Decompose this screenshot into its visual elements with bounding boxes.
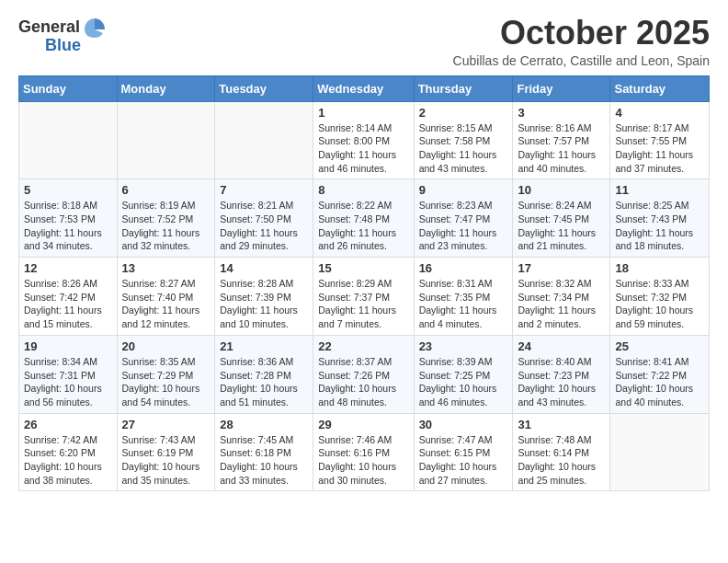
day-number: 5	[24, 183, 112, 197]
day-number: 23	[419, 339, 508, 353]
day-number: 11	[615, 183, 704, 197]
day-cell: 15Sunrise: 8:29 AM Sunset: 7:37 PM Dayli…	[313, 258, 414, 336]
week-row-3: 12Sunrise: 8:26 AM Sunset: 7:42 PM Dayli…	[19, 258, 710, 336]
day-number: 28	[220, 418, 308, 431]
day-cell: 6Sunrise: 8:19 AM Sunset: 7:52 PM Daylig…	[117, 179, 215, 258]
day-info: Sunrise: 8:22 AM Sunset: 7:48 PM Dayligh…	[318, 199, 408, 253]
day-info: Sunrise: 8:15 AM Sunset: 7:58 PM Dayligh…	[419, 121, 508, 176]
day-cell: 12Sunrise: 8:26 AM Sunset: 7:42 PM Dayli…	[19, 258, 118, 336]
day-cell: 28Sunrise: 7:45 AM Sunset: 6:18 PM Dayli…	[215, 413, 313, 491]
day-number: 14	[220, 261, 308, 275]
day-info: Sunrise: 7:47 AM Sunset: 6:15 PM Dayligh…	[419, 433, 508, 488]
month-title: October 2025	[453, 15, 710, 52]
day-info: Sunrise: 8:23 AM Sunset: 7:47 PM Dayligh…	[419, 199, 508, 253]
day-cell: 9Sunrise: 8:23 AM Sunset: 7:47 PM Daylig…	[414, 179, 513, 258]
day-info: Sunrise: 8:34 AM Sunset: 7:31 PM Dayligh…	[24, 355, 112, 409]
day-number: 7	[220, 183, 308, 197]
day-number: 31	[518, 418, 605, 431]
day-cell	[215, 101, 313, 179]
day-number: 15	[318, 261, 408, 275]
day-info: Sunrise: 8:14 AM Sunset: 8:00 PM Dayligh…	[318, 121, 408, 176]
day-number: 8	[318, 183, 408, 197]
day-info: Sunrise: 8:29 AM Sunset: 7:37 PM Dayligh…	[318, 277, 408, 331]
day-info: Sunrise: 8:27 AM Sunset: 7:40 PM Dayligh…	[122, 277, 210, 331]
logo: General Blue	[18, 15, 108, 55]
week-row-4: 19Sunrise: 8:34 AM Sunset: 7:31 PM Dayli…	[19, 335, 710, 413]
day-cell: 16Sunrise: 8:31 AM Sunset: 7:35 PM Dayli…	[414, 258, 513, 336]
calendar-table: SundayMondayTuesdayWednesdayThursdayFrid…	[18, 75, 710, 492]
day-info: Sunrise: 8:24 AM Sunset: 7:45 PM Dayligh…	[518, 199, 605, 253]
day-number: 9	[419, 183, 508, 197]
day-cell: 14Sunrise: 8:28 AM Sunset: 7:39 PM Dayli…	[215, 258, 313, 336]
day-info: Sunrise: 8:28 AM Sunset: 7:39 PM Dayligh…	[220, 277, 308, 331]
day-info: Sunrise: 7:45 AM Sunset: 6:18 PM Dayligh…	[220, 433, 308, 488]
day-info: Sunrise: 8:33 AM Sunset: 7:32 PM Dayligh…	[615, 277, 704, 331]
day-info: Sunrise: 8:40 AM Sunset: 7:23 PM Dayligh…	[518, 355, 605, 409]
day-cell: 10Sunrise: 8:24 AM Sunset: 7:45 PM Dayli…	[513, 179, 610, 258]
day-cell: 26Sunrise: 7:42 AM Sunset: 6:20 PM Dayli…	[19, 413, 118, 491]
day-number: 16	[419, 261, 508, 275]
day-info: Sunrise: 8:19 AM Sunset: 7:52 PM Dayligh…	[122, 199, 210, 253]
day-info: Sunrise: 8:21 AM Sunset: 7:50 PM Dayligh…	[220, 199, 308, 253]
day-info: Sunrise: 8:25 AM Sunset: 7:43 PM Dayligh…	[615, 199, 704, 253]
day-cell: 17Sunrise: 8:32 AM Sunset: 7:34 PM Dayli…	[513, 258, 610, 336]
day-info: Sunrise: 8:18 AM Sunset: 7:53 PM Dayligh…	[24, 199, 112, 253]
page: General Blue October 2025 Cubillas de Ce…	[0, 0, 728, 506]
day-number: 6	[122, 183, 210, 197]
day-info: Sunrise: 8:16 AM Sunset: 7:57 PM Dayligh…	[518, 121, 605, 176]
day-cell: 2Sunrise: 8:15 AM Sunset: 7:58 PM Daylig…	[414, 101, 513, 179]
day-number: 20	[122, 339, 210, 353]
weekday-header-tuesday: Tuesday	[215, 75, 313, 101]
day-number: 19	[24, 339, 112, 353]
day-cell: 21Sunrise: 8:36 AM Sunset: 7:28 PM Dayli…	[215, 335, 313, 413]
day-info: Sunrise: 8:32 AM Sunset: 7:34 PM Dayligh…	[518, 277, 605, 331]
day-cell: 20Sunrise: 8:35 AM Sunset: 7:29 PM Dayli…	[117, 335, 215, 413]
day-cell	[19, 101, 118, 179]
day-number: 22	[318, 339, 408, 353]
day-cell	[610, 413, 710, 491]
day-number: 25	[615, 339, 704, 353]
day-cell: 25Sunrise: 8:41 AM Sunset: 7:22 PM Dayli…	[610, 335, 710, 413]
day-number: 13	[122, 261, 210, 275]
day-info: Sunrise: 7:43 AM Sunset: 6:19 PM Dayligh…	[122, 433, 210, 488]
day-number: 10	[518, 183, 605, 197]
day-info: Sunrise: 7:42 AM Sunset: 6:20 PM Dayligh…	[24, 433, 112, 488]
day-info: Sunrise: 8:31 AM Sunset: 7:35 PM Dayligh…	[419, 277, 508, 331]
subtitle: Cubillas de Cerrato, Castille and Leon, …	[453, 53, 710, 68]
week-row-1: 1Sunrise: 8:14 AM Sunset: 8:00 PM Daylig…	[19, 101, 710, 179]
day-cell: 22Sunrise: 8:37 AM Sunset: 7:26 PM Dayli…	[313, 335, 414, 413]
day-info: Sunrise: 7:46 AM Sunset: 6:16 PM Dayligh…	[318, 433, 408, 488]
weekday-header-monday: Monday	[117, 75, 215, 101]
day-cell: 30Sunrise: 7:47 AM Sunset: 6:15 PM Dayli…	[414, 413, 513, 491]
day-number: 26	[24, 418, 112, 431]
day-info: Sunrise: 8:36 AM Sunset: 7:28 PM Dayligh…	[220, 355, 308, 409]
logo-general-text: General	[18, 18, 80, 37]
day-number: 12	[24, 261, 112, 275]
day-number: 21	[220, 339, 308, 353]
weekday-header-sunday: Sunday	[19, 75, 118, 101]
weekday-header-thursday: Thursday	[414, 75, 513, 101]
day-info: Sunrise: 8:17 AM Sunset: 7:55 PM Dayligh…	[615, 121, 704, 176]
day-cell: 13Sunrise: 8:27 AM Sunset: 7:40 PM Dayli…	[117, 258, 215, 336]
title-block: October 2025 Cubillas de Cerrato, Castil…	[453, 15, 710, 68]
day-cell: 5Sunrise: 8:18 AM Sunset: 7:53 PM Daylig…	[19, 179, 118, 258]
day-info: Sunrise: 8:39 AM Sunset: 7:25 PM Dayligh…	[419, 355, 508, 409]
day-info: Sunrise: 8:35 AM Sunset: 7:29 PM Dayligh…	[122, 355, 210, 409]
header: General Blue October 2025 Cubillas de Ce…	[18, 15, 710, 68]
day-number: 29	[318, 418, 408, 431]
day-cell: 24Sunrise: 8:40 AM Sunset: 7:23 PM Dayli…	[513, 335, 610, 413]
day-number: 18	[615, 261, 704, 275]
day-number: 1	[318, 106, 408, 120]
week-row-5: 26Sunrise: 7:42 AM Sunset: 6:20 PM Dayli…	[19, 413, 710, 491]
day-cell: 31Sunrise: 7:48 AM Sunset: 6:14 PM Dayli…	[513, 413, 610, 491]
weekday-header-friday: Friday	[513, 75, 610, 101]
weekday-header-wednesday: Wednesday	[313, 75, 414, 101]
day-number: 17	[518, 261, 605, 275]
day-cell: 19Sunrise: 8:34 AM Sunset: 7:31 PM Dayli…	[19, 335, 118, 413]
logo-icon	[82, 15, 108, 40]
day-cell: 11Sunrise: 8:25 AM Sunset: 7:43 PM Dayli…	[610, 179, 710, 258]
day-number: 4	[615, 106, 704, 120]
day-number: 2	[419, 106, 508, 120]
day-cell: 8Sunrise: 8:22 AM Sunset: 7:48 PM Daylig…	[313, 179, 414, 258]
day-number: 24	[518, 339, 605, 353]
